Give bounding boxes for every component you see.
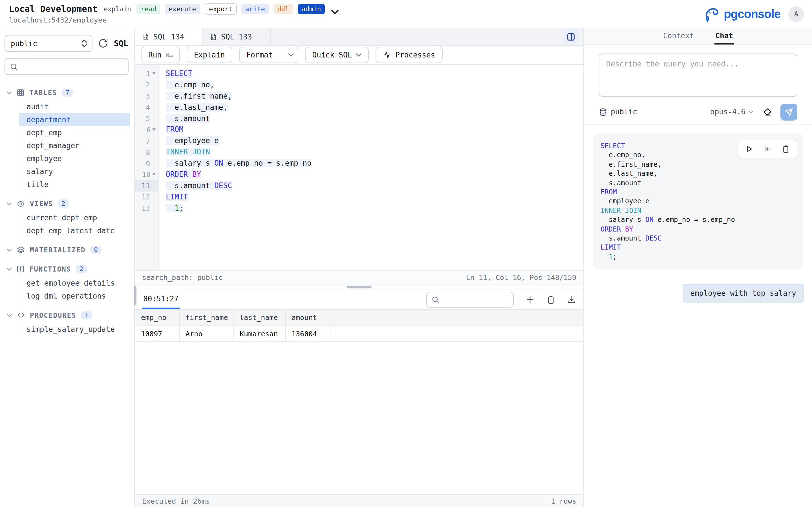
tree-item-dept_manager[interactable]: dept_manager [19,139,130,152]
tab-chat[interactable]: Chat [714,28,734,45]
sql-editor[interactable]: 12345678910111213 SELECT e.emp_no, e.fir… [135,65,583,270]
results-search-input[interactable] [443,296,509,304]
run-query-icon[interactable] [745,145,753,153]
permission-badge-admin[interactable]: admin [297,4,325,14]
permission-badge-execute[interactable]: execute [165,4,200,14]
explain-button[interactable]: Explain [187,47,232,63]
code-line[interactable]: e.emp_no, [166,79,583,91]
editor-tab-sql-133[interactable]: SQL 133 [203,28,271,45]
code-line[interactable]: 1; [166,203,583,214]
table-cell[interactable]: 10897 [135,326,180,341]
column-header-last_name[interactable]: last_name [234,310,286,325]
table-cell[interactable]: Kumaresan [234,326,286,341]
copy-sql-icon[interactable] [781,145,790,153]
code-line[interactable]: INNER JOIN [166,147,583,158]
model-selector[interactable]: opus-4.6 [710,108,753,116]
format-button[interactable]: Format [239,47,298,63]
gutter-line: 4 [135,102,158,113]
user-avatar[interactable]: A [788,6,804,22]
sql-mode-label[interactable]: SQL [114,39,128,48]
sidebar-search[interactable] [4,58,129,75]
code-line[interactable]: LIMIT [166,191,583,203]
copy-results-icon[interactable] [546,295,555,304]
tree-item-audit[interactable]: audit [19,100,130,113]
result-time-tab[interactable]: 00:51:27 [142,290,180,309]
tree-item-department[interactable]: department [19,113,130,126]
fold-marker-icon[interactable] [152,173,156,176]
tab-context[interactable]: Context [662,28,695,45]
column-header-emp_no[interactable]: emp_no [135,310,180,325]
fold-marker-icon[interactable] [152,72,156,75]
permission-badge-write[interactable]: write [241,4,269,14]
sidebar-search-input[interactable] [21,62,123,71]
section-header-materialized[interactable]: MATERIALIZED0 [0,243,134,257]
gutter-line: 13 [135,203,158,214]
results-table: emp_nofirst_namelast_nameamount10897Arno… [135,309,583,342]
line-number: 4 [146,103,150,112]
code-line[interactable]: s.amount [166,113,583,124]
user-message-bubble: employee with top salary [683,284,804,303]
tree-item-salary[interactable]: salary [19,165,130,178]
section-header-views[interactable]: VIEWS2 [0,196,134,211]
line-number: 12 [142,193,150,201]
tree-item-log_dml_operations[interactable]: log_dml_operations [19,290,130,302]
permission-badge-explain[interactable]: explain [103,4,132,14]
tree-item-dept_emp[interactable]: dept_emp [19,126,130,139]
run-button[interactable]: Run ⌘↵ [141,47,180,63]
code-line[interactable]: SELECT [166,68,583,79]
table-cell[interactable]: 136004 [286,326,331,341]
section-chevron-icon [7,202,12,205]
schema-select[interactable]: public [4,35,93,52]
editor-code[interactable]: SELECT e.emp_no, e.first_name, e.last_na… [159,65,583,270]
chat-input[interactable] [599,54,797,97]
section-header-procedures[interactable]: PROCEDURES1 [0,308,134,322]
sidebar-resize-handle[interactable] [134,286,137,305]
splitter-handle[interactable] [347,286,371,288]
table-cell[interactable]: Arno [180,326,234,341]
format-label[interactable]: Format [239,47,280,62]
column-header-amount[interactable]: amount [286,310,331,325]
code-line[interactable]: employee e [166,135,583,147]
format-chevron-icon[interactable] [283,47,297,62]
insert-into-editor-icon[interactable] [763,145,772,153]
split-view-icon[interactable] [563,29,578,44]
tree-item-current_dept_emp[interactable]: current_dept_emp [19,211,130,224]
chat-code-line: employee e [601,197,796,206]
column-header-first_name[interactable]: first_name [180,310,234,325]
code-line[interactable]: salary s ON e.emp_no = s.emp_no [166,158,583,169]
send-button[interactable] [780,103,797,120]
table-row[interactable]: 10897ArnoKumaresan136004 [135,326,583,342]
permission-badge-ddl[interactable]: ddl [273,4,293,14]
tree-item-employee[interactable]: employee [19,152,130,165]
processes-button[interactable]: Processes [375,47,442,63]
sql-token: ORDER [601,225,625,233]
section-header-tables[interactable]: TABLES7 [0,86,134,100]
code-line[interactable]: s.amount DESC [166,180,583,191]
code-line[interactable]: ORDER BY [166,169,583,180]
refresh-icon[interactable] [98,38,108,48]
tree-item-dept_emp_latest_date[interactable]: dept_emp_latest_date [19,224,130,237]
code-line[interactable]: e.last_name, [166,102,583,113]
clear-chat-icon[interactable] [762,107,772,117]
code-line[interactable]: e.first_name, [166,91,583,102]
results-search[interactable] [426,292,514,307]
tree-item-title[interactable]: title [19,178,130,191]
context-database[interactable]: public [599,107,637,116]
code-line[interactable]: FROM [166,124,583,135]
tree-item-simple_salary_update[interactable]: simple_salary_update [19,323,130,336]
add-result-tab-icon[interactable] [525,295,535,304]
permission-badge-export[interactable]: export [204,3,237,15]
fold-marker-icon[interactable] [152,128,156,131]
sql-token: SELECT [166,69,192,78]
sql-token: salary s [166,159,214,167]
editor-tab-sql-134[interactable]: SQL 134 [135,28,203,45]
connection-menu-chevron-icon[interactable] [331,9,339,14]
quick-sql-button[interactable]: Quick SQL [305,47,369,63]
download-results-icon[interactable] [567,295,576,304]
tree-item-get_employee_details[interactable]: get_employee_details [19,277,130,290]
line-number: 5 [146,114,150,123]
permission-badge-read[interactable]: read [137,4,160,14]
sql-token: employee e [166,136,219,145]
section-header-functions[interactable]: FUNCTIONS2 [0,262,134,276]
section-count-badge: 7 [62,89,73,97]
